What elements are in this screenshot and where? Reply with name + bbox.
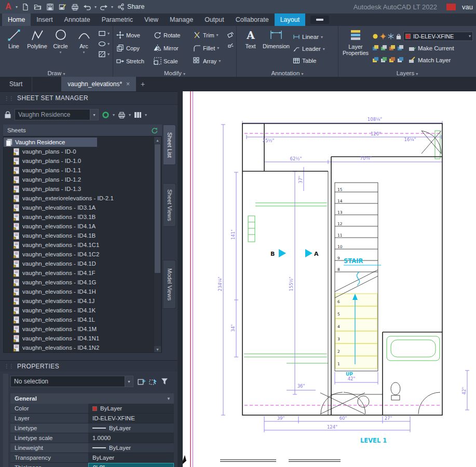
scale-button[interactable]: Scale bbox=[154, 54, 193, 67]
text-button[interactable]: A Text bbox=[239, 29, 262, 66]
property-value[interactable]: ID-ELEV-XFINE bbox=[88, 414, 174, 423]
sheet-item[interactable]: vaughn_plans - ID-1.2 bbox=[4, 175, 161, 184]
properties-palette-edge[interactable] bbox=[3, 374, 8, 467]
sheet-item[interactable]: vaughn_elevations - ID4.1C1 bbox=[4, 240, 161, 250]
redo-icon[interactable] bbox=[99, 2, 109, 11]
ribbon-tab-insert[interactable]: Insert bbox=[31, 13, 58, 26]
layer-freeze-icon[interactable] bbox=[388, 33, 394, 39]
refresh-sheets-icon[interactable] bbox=[151, 127, 158, 134]
tab-active-document[interactable]: vaughn_elevations* × bbox=[61, 77, 136, 91]
save-as-icon[interactable] bbox=[57, 2, 67, 11]
redo-caret-icon[interactable]: ▾ bbox=[111, 5, 113, 9]
make-current-button[interactable]: ✓ Make Current bbox=[409, 43, 454, 53]
publish-icon[interactable] bbox=[118, 111, 126, 119]
tab-start[interactable]: Start bbox=[0, 77, 32, 91]
hatch-tool-button[interactable]: ▾ bbox=[98, 50, 110, 58]
sheet-item[interactable]: vaughn_elevations - ID4.1J bbox=[4, 296, 161, 306]
stretch-button[interactable]: Stretch bbox=[116, 54, 154, 67]
sheet-item[interactable]: vaughn_elevations - ID4.1L bbox=[4, 315, 161, 324]
ribbon-tab-parametric[interactable]: Parametric bbox=[96, 13, 139, 26]
property-value[interactable]: ByLayer bbox=[88, 443, 174, 452]
sheet-list-scrollbar[interactable]: ▲ ▼ bbox=[154, 137, 161, 353]
details-caret-icon[interactable]: ▾ bbox=[145, 113, 147, 117]
sheet-item[interactable]: vaughn_elevations - ID4.1C2 bbox=[4, 250, 161, 259]
ribbon-tab-output[interactable]: Output bbox=[199, 13, 230, 26]
copy-button[interactable]: Copy bbox=[116, 42, 154, 54]
open-folder-icon[interactable] bbox=[32, 2, 43, 11]
polyline-button[interactable]: Polyline bbox=[26, 29, 48, 58]
layer-tool-icon[interactable] bbox=[397, 57, 404, 63]
scrollbar-thumb[interactable] bbox=[155, 144, 160, 273]
ribbon-tab-view[interactable]: View bbox=[139, 13, 164, 26]
erase-icon[interactable] bbox=[227, 31, 234, 38]
app-menu-caret-icon[interactable]: ▾ bbox=[16, 5, 18, 9]
autocad-logo-icon[interactable]: A bbox=[3, 2, 13, 11]
layer-thaw-icon[interactable] bbox=[380, 33, 386, 39]
layers-panel-label[interactable]: Layers ▾ bbox=[338, 70, 476, 76]
sheet-item[interactable]: vaughn_elevations - ID4.1N1 bbox=[4, 334, 161, 343]
sheet-item[interactable]: vaughn_elevations - ID4.1K bbox=[4, 306, 161, 315]
collapse-section-icon[interactable]: ▾ bbox=[167, 396, 170, 401]
sheet-item[interactable]: vaughn_plans - ID-1.1 bbox=[4, 166, 161, 175]
sheet-item[interactable]: vaughn_exteriorelevations - ID-2.1 bbox=[4, 194, 161, 203]
tab-sheet-list[interactable]: Sheet List bbox=[164, 125, 176, 165]
scroll-up-icon[interactable]: ▲ bbox=[154, 137, 161, 144]
sheet-item[interactable]: vaughn_elevations - ID4.1B bbox=[4, 231, 161, 240]
layer-select-dropdown[interactable]: ID-ELEV-XFINE ▾ bbox=[403, 32, 473, 41]
ribbon-tab-collaborate[interactable]: Collaborate bbox=[230, 13, 275, 26]
refresh-status-icon[interactable] bbox=[102, 111, 110, 119]
sheet-item[interactable]: vaughn_elevations - ID4.1N2 bbox=[4, 343, 161, 352]
tab-sheet-views[interactable]: Sheet Views bbox=[164, 183, 176, 227]
ribbon-display-toggle[interactable] bbox=[310, 16, 329, 24]
layer-tool-icon[interactable] bbox=[372, 57, 379, 63]
line-button[interactable]: Line bbox=[3, 29, 25, 58]
move-button[interactable]: Move bbox=[116, 29, 154, 42]
layer-properties-button[interactable]: Layer Properties bbox=[341, 29, 370, 65]
rotate-button[interactable]: Rotate bbox=[154, 29, 193, 42]
arc-button[interactable]: Arc▾ bbox=[73, 29, 95, 58]
selection-dropdown[interactable]: No selection ▾ bbox=[10, 376, 133, 387]
property-value[interactable]: 0'-0" bbox=[88, 463, 174, 467]
ellipse-tool-button[interactable]: ▾ bbox=[98, 40, 110, 48]
scroll-down-icon[interactable]: ▼ bbox=[154, 346, 161, 353]
new-tab-button[interactable]: + bbox=[136, 77, 149, 91]
plot-icon[interactable] bbox=[70, 2, 80, 11]
close-tab-icon[interactable]: × bbox=[126, 80, 130, 88]
sheet-item[interactable]: vaughn_elevations - ID4.1A bbox=[4, 222, 161, 231]
share-button[interactable]: Share bbox=[117, 3, 144, 10]
sheet-item[interactable]: vaughn_elevations - ID3.1B bbox=[4, 212, 161, 222]
dimension-button[interactable]: Dimension bbox=[263, 29, 290, 66]
sheet-set-selector[interactable]: Vaughn Residence ▾ bbox=[15, 109, 99, 120]
ribbon-tab-annotate[interactable]: Annotate bbox=[59, 13, 96, 26]
layer-tool-icon[interactable] bbox=[389, 45, 396, 51]
drawing-canvas[interactable]: 108¼"120"25½"16¼"62½"70¼"37"141"234¼"155… bbox=[178, 91, 476, 467]
select-objects-icon[interactable] bbox=[149, 377, 157, 386]
quick-select-icon[interactable] bbox=[160, 377, 169, 386]
layer-tool-icon[interactable] bbox=[372, 45, 379, 51]
sheet-set-manager-header[interactable]: ⋮⋮ SHEET SET MANAGER bbox=[0, 91, 178, 105]
undo-caret-icon[interactable]: ▾ bbox=[94, 5, 97, 9]
sheet-item[interactable]: vaughn_elevations - ID4.1F bbox=[4, 268, 161, 278]
sheet-item[interactable]: vaughn_plans - ID-0 bbox=[4, 147, 161, 156]
toggle-pickadd-icon[interactable] bbox=[138, 377, 146, 386]
publish-caret-icon[interactable]: ▾ bbox=[129, 113, 131, 117]
modify-panel-label[interactable]: Modify ▾ bbox=[113, 70, 236, 76]
trim-button[interactable]: Trim▾ bbox=[193, 29, 232, 42]
draw-panel-label[interactable]: Draw ▾ bbox=[0, 70, 113, 76]
match-layer-button[interactable]: Match Layer bbox=[409, 55, 451, 65]
layer-lock-icon[interactable] bbox=[396, 33, 402, 39]
annotation-panel-label[interactable]: Annotation ▾ bbox=[237, 70, 338, 76]
fillet-button[interactable]: Fillet▾ bbox=[193, 42, 232, 54]
property-value[interactable]: ByLayer bbox=[88, 453, 174, 462]
ribbon-tab-manage[interactable]: Manage bbox=[164, 13, 199, 26]
sheet-item[interactable]: vaughn_elevations - ID4.1M bbox=[4, 324, 161, 334]
sheet-item[interactable]: vaughn_elevations - ID4.1H bbox=[4, 287, 161, 296]
sheet-item[interactable]: vaughn_elevations - ID4.1D bbox=[4, 259, 161, 268]
new-file-icon[interactable] bbox=[20, 2, 30, 11]
mirror-button[interactable]: Mirror bbox=[154, 42, 193, 54]
rectangle-tool-button[interactable]: ▾ bbox=[98, 30, 110, 37]
refresh-caret-icon[interactable]: ▾ bbox=[113, 113, 115, 117]
details-view-icon[interactable] bbox=[134, 111, 142, 119]
property-value[interactable]: 1.0000 bbox=[88, 433, 174, 443]
tab-model-views[interactable]: Model Views bbox=[164, 260, 176, 309]
